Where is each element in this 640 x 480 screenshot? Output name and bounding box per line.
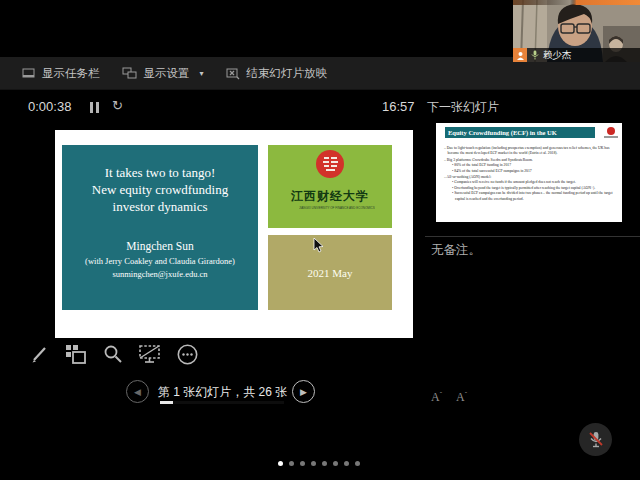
show-taskbar-label: 显示任务栏 <box>42 66 100 81</box>
participant-name-bar: 赖少杰 <box>513 48 640 62</box>
pause-icon <box>90 102 93 113</box>
slide-date: 2021 May <box>308 267 353 279</box>
mouse-cursor <box>313 238 324 257</box>
mute-toggle-button[interactable] <box>579 423 612 456</box>
end-slideshow-icon <box>226 67 240 80</box>
slide-title-line1: It takes two to tango! <box>62 165 258 182</box>
university-name-cn: 江西财经大学 <box>268 188 392 205</box>
host-badge-icon <box>513 48 527 62</box>
next-slide-header: 下一张幻灯片 <box>427 99 499 116</box>
pagination-dot[interactable] <box>278 461 283 466</box>
magnifier-icon <box>102 343 124 365</box>
next-slide-preview[interactable]: Equity Crowdfunding (ECF) in the UK Due … <box>436 123 622 222</box>
ellipsis-icon <box>176 343 199 366</box>
slide-progress-fill <box>160 401 173 404</box>
taskbar-icon <box>22 67 35 79</box>
elapsed-timer: 0:00:38 <box>28 99 71 114</box>
pagination-dot[interactable] <box>289 461 294 466</box>
slide-coauthors: (with Jerry Coakley and Claudia Girardon… <box>62 256 258 266</box>
slide-progress-bar <box>160 401 284 404</box>
pagination-dot[interactable] <box>355 461 360 466</box>
university-seal-small-icon <box>607 127 615 135</box>
muted-mic-icon <box>588 431 604 449</box>
slide-title-box: It takes two to tango! New equity crowdf… <box>62 145 258 310</box>
caret-up-icon: ˆ <box>440 390 442 398</box>
annotation-toolbar <box>26 341 200 367</box>
participant-name: 赖少杰 <box>543 49 572 62</box>
pen-tool-button[interactable] <box>26 341 52 367</box>
preview-bullet: Successful ECF campaigns can be divided … <box>444 191 616 202</box>
preview-bullet: 84% of the total successful ECF campaign… <box>444 168 616 173</box>
pagination-dot[interactable] <box>300 461 305 466</box>
display-settings-label: 显示设置 <box>144 66 190 81</box>
caret-down-icon: ˇ <box>465 390 467 398</box>
end-slideshow-button[interactable]: 结束幻灯片放映 <box>226 66 328 81</box>
show-taskbar-button[interactable]: 显示任务栏 <box>22 66 100 81</box>
preview-bullet-list: Due to light-touch regulation (including… <box>444 144 616 201</box>
pagination-dot[interactable] <box>333 461 338 466</box>
zoom-slide-button[interactable] <box>100 341 126 367</box>
slide-email: sunmingchen@jxufe.edu.cn <box>62 269 258 279</box>
clock-time: 16:57 <box>382 99 415 114</box>
current-slide[interactable]: It takes two to tango! New equity crowdf… <box>55 130 413 338</box>
next-slide-button[interactable]: ▶ <box>292 380 315 403</box>
participant-mic-icon <box>531 50 539 60</box>
end-slideshow-label: 结束幻灯片放映 <box>247 66 328 81</box>
slide-counter: 第 1 张幻灯片，共 26 张 <box>155 384 290 401</box>
pagination-dot[interactable] <box>311 461 316 466</box>
notes-font-controls: Aˆ Aˇ <box>431 390 467 405</box>
display-settings-button[interactable]: 显示设置 ▾ <box>122 66 204 81</box>
pen-icon <box>28 343 50 365</box>
university-name-en: JIANGXI UNIVERSITY OF FINANCE AND ECONOM… <box>299 206 361 209</box>
notes-divider <box>425 236 640 237</box>
arrow-right-icon: ▶ <box>300 387 307 397</box>
pagination-dot[interactable] <box>344 461 349 466</box>
university-seal-icon <box>316 150 344 178</box>
university-seal-caption <box>604 136 618 138</box>
arrow-left-icon: ◀ <box>134 387 141 397</box>
previous-slide-button[interactable]: ◀ <box>126 380 149 403</box>
increase-font-button[interactable]: Aˆ <box>431 390 442 405</box>
preview-slide-title: Equity Crowdfunding (ECF) in the UK <box>445 127 595 138</box>
pagination-dot[interactable] <box>322 461 327 466</box>
display-settings-icon <box>122 67 137 80</box>
black-screen-icon <box>138 343 163 365</box>
slide-title-line2: New equity crowdfunding <box>62 182 258 199</box>
slide-title-line3: investor dynamics <box>62 199 258 216</box>
pause-timer-button[interactable] <box>90 102 102 113</box>
see-all-slides-button[interactable] <box>63 341 89 367</box>
presenter-view-window: 显示任务栏 显示设置 ▾ 结束幻灯片放映 <box>0 0 640 480</box>
pagination-dots <box>278 461 360 466</box>
restart-timer-button[interactable]: ↻ <box>112 98 123 113</box>
chevron-down-icon: ▾ <box>200 69 204 78</box>
slide-title: It takes two to tango! New equity crowdf… <box>62 165 258 216</box>
more-options-button[interactable] <box>174 341 200 367</box>
participant-video-tile[interactable]: 赖少杰 <box>513 0 640 62</box>
university-logo-box: 江西财经大学 JIANGXI UNIVERSITY OF FINANCE AND… <box>268 145 392 228</box>
preview-bullet: Due to light-touch regulation (including… <box>444 145 616 156</box>
black-screen-button[interactable] <box>137 341 163 367</box>
speaker-notes: 无备注。 <box>431 242 481 259</box>
slide-sorter-icon <box>64 343 88 365</box>
decrease-font-button[interactable]: Aˇ <box>456 390 467 405</box>
slide-author: Mingchen Sun <box>62 240 258 252</box>
slide-date-box: 2021 May <box>268 235 392 310</box>
